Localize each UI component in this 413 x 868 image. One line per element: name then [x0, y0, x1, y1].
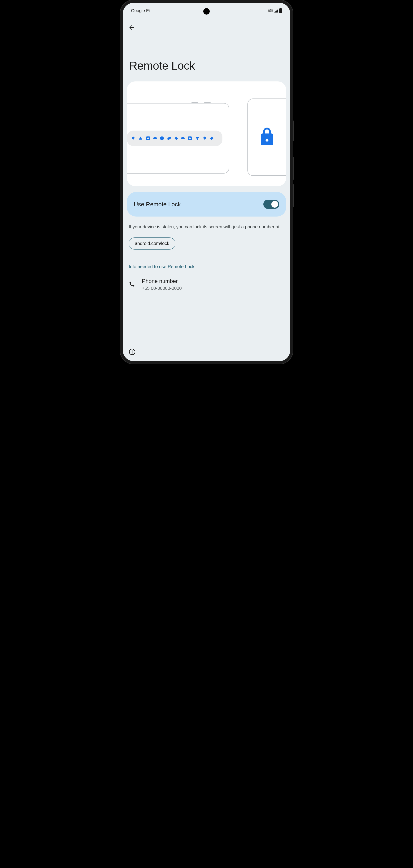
toggle-label: Use Remote Lock — [134, 201, 181, 208]
battery-icon — [279, 8, 282, 13]
svg-point-2 — [167, 136, 171, 141]
phone-number-content: Phone number +55 00-00000-0000 — [142, 278, 284, 291]
password-glyph-icon — [202, 136, 207, 141]
back-button[interactable] — [123, 16, 290, 32]
phone-icon — [129, 281, 135, 288]
volume-up-button — [293, 157, 294, 180]
password-glyph-icon — [195, 136, 200, 141]
arrow-back-icon — [128, 24, 135, 31]
status-right: 5G — [268, 8, 282, 13]
password-glyph-icon — [174, 136, 178, 141]
device-illustration-right — [248, 98, 286, 176]
password-glyph-icon — [210, 136, 214, 141]
phone-screen: Google Fi 5G Remote Lock — [123, 3, 290, 361]
use-remote-lock-toggle-row[interactable]: Use Remote Lock — [127, 192, 286, 217]
phone-number-title: Phone number — [142, 278, 284, 284]
info-button[interactable] — [129, 348, 135, 356]
section-header: Info needed to use Remote Lock — [123, 251, 290, 272]
toggle-knob — [271, 201, 278, 208]
illustration-card — [127, 82, 286, 186]
phone-number-value: +55 00-00000-0000 — [142, 286, 284, 291]
password-glyph-icon — [167, 136, 171, 141]
toggle-switch[interactable] — [263, 200, 279, 209]
password-glyph-icon — [138, 136, 143, 141]
phone-frame: Google Fi 5G Remote Lock — [120, 0, 293, 364]
password-glyph-icon — [146, 136, 151, 141]
signal-icon — [274, 9, 278, 12]
phone-number-item[interactable]: Phone number +55 00-00000-0000 — [123, 272, 290, 298]
svg-rect-3 — [181, 137, 185, 139]
svg-rect-0 — [153, 137, 157, 139]
password-glyph-icon — [181, 137, 185, 139]
info-icon — [129, 348, 135, 355]
volume-down-button — [293, 184, 294, 207]
camera-cutout — [203, 8, 210, 14]
carrier-label: Google Fi — [131, 8, 150, 13]
description-text: If your device is stolen, you can lock i… — [123, 217, 290, 236]
password-glyph-icon — [187, 136, 192, 141]
network-label: 5G — [268, 8, 273, 13]
device-illustration-left — [127, 103, 229, 174]
device-detail-icon — [191, 102, 211, 103]
lock-icon — [258, 126, 276, 149]
page-title: Remote Lock — [123, 32, 290, 82]
password-glyph-icon — [160, 136, 164, 141]
url-chip[interactable]: android.com/lock — [129, 238, 176, 250]
password-field-illustration — [127, 130, 222, 146]
password-glyph-icon — [153, 137, 157, 139]
password-glyph-icon — [131, 136, 135, 141]
svg-point-1 — [160, 136, 164, 141]
side-button — [293, 121, 294, 141]
